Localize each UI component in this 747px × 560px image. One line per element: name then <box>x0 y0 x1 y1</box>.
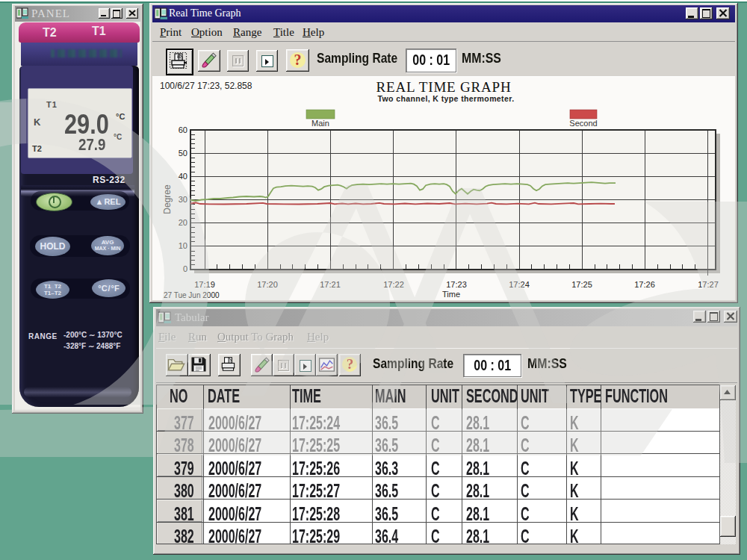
svg-text:100/6/27 17:23, 52.858: 100/6/27 17:23, 52.858 <box>160 81 252 91</box>
svg-text:17:26: 17:26 <box>634 280 655 289</box>
svg-text:Time: Time <box>442 290 460 299</box>
svg-text:17:21: 17:21 <box>320 280 341 289</box>
svg-text:0: 0 <box>183 264 187 273</box>
svg-text:60: 60 <box>179 125 187 134</box>
svg-text:17:20: 17:20 <box>257 280 278 289</box>
svg-text:REAL TIME GRAPH: REAL TIME GRAPH <box>376 79 512 95</box>
svg-text:17:24: 17:24 <box>509 280 530 289</box>
svg-text:20: 20 <box>179 218 187 227</box>
svg-text:50: 50 <box>179 149 187 158</box>
svg-text:10: 10 <box>179 241 187 250</box>
svg-text:27 Tue Jun 2000: 27 Tue Jun 2000 <box>164 291 220 299</box>
svg-text:Main: Main <box>311 119 329 128</box>
svg-text:Second: Second <box>569 119 597 128</box>
svg-text:17:23: 17:23 <box>446 280 467 289</box>
svg-text:Degree: Degree <box>162 184 173 214</box>
svg-text:17:25: 17:25 <box>571 280 592 289</box>
svg-text:30: 30 <box>179 195 187 204</box>
svg-text:Two channel, K type thermomet: Two channel, K type thermometer. <box>378 94 515 103</box>
svg-text:17:22: 17:22 <box>383 280 404 289</box>
svg-text:40: 40 <box>179 172 187 181</box>
svg-text:17:19: 17:19 <box>194 280 215 289</box>
svg-text:17:27: 17:27 <box>698 280 719 289</box>
